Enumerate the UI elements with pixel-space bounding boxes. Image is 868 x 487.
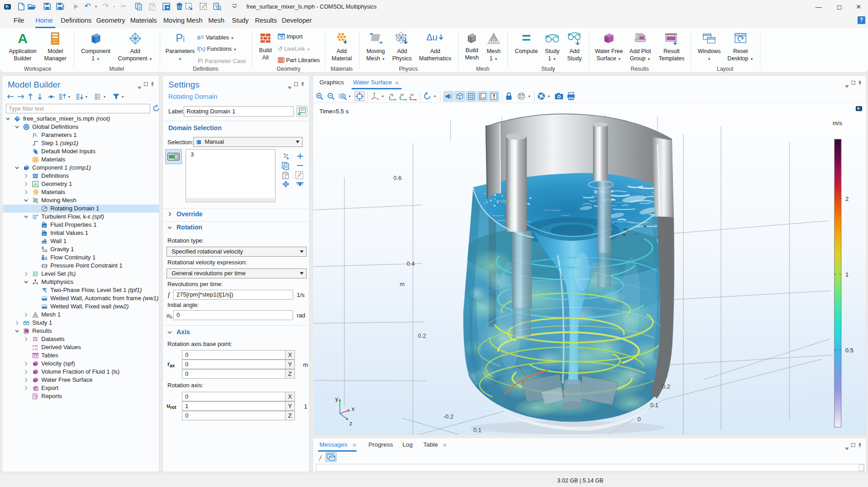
svg-text:0.2: 0.2 xyxy=(662,383,670,390)
svg-text:y: y xyxy=(335,396,338,402)
svg-text:0.1: 0.1 xyxy=(473,427,481,433)
svg-text:0.1: 0.1 xyxy=(650,402,658,409)
svg-text:xy: xy xyxy=(390,93,393,97)
svg-text:z: z xyxy=(349,420,352,427)
svg-text:0.6: 0.6 xyxy=(393,175,402,181)
svg-text:-0.2: -0.2 xyxy=(443,413,453,420)
svg-text:x: x xyxy=(352,406,355,412)
svg-text:1: 1 xyxy=(845,271,848,278)
svg-text:2: 2 xyxy=(845,195,848,202)
svg-text:yz: yz xyxy=(400,93,404,97)
svg-text:0.2: 0.2 xyxy=(418,332,426,339)
svg-text:xz: xz xyxy=(410,93,414,97)
svg-text:0: 0 xyxy=(638,416,641,423)
svg-text:m: m xyxy=(400,281,405,287)
svg-text:0.5: 0.5 xyxy=(845,347,853,354)
svg-text:m/s: m/s xyxy=(833,120,842,127)
svg-text:0.4: 0.4 xyxy=(407,260,415,267)
